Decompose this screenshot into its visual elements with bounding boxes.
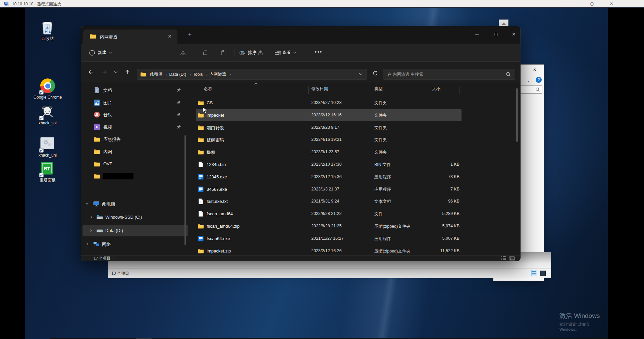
column-divider[interactable] <box>424 87 424 94</box>
window-maximize-button[interactable] <box>488 30 503 40</box>
refresh-icon[interactable] <box>372 70 380 78</box>
sidebar-item-icon <box>94 161 100 167</box>
bg-close-button[interactable]: ✕ <box>533 67 536 72</box>
sort-button[interactable]: 排序 <box>240 47 262 58</box>
sidebar-scrollbar[interactable] <box>184 135 186 245</box>
large-icons-view-icon[interactable] <box>509 256 515 261</box>
file-icon <box>198 186 204 192</box>
breadcrumb-items: 此电脑 › Data (D:) › Tools › 内网渗透 › <box>149 71 231 78</box>
paste-icon[interactable] <box>220 50 226 56</box>
column-header-type[interactable]: 类型 <box>374 86 383 92</box>
window-close-button[interactable]: ✕ <box>506 30 520 40</box>
sidebar-item-文档[interactable]: 文档 <box>83 84 188 96</box>
file-date: 2023/2/12 16:26 <box>311 248 341 253</box>
see-more-button[interactable]: ••• <box>313 47 325 58</box>
explorer-statusbar: 17 个项目 <box>81 255 520 261</box>
copy-icon[interactable] <box>202 50 208 56</box>
file-row-impacket[interactable]: impacket 2023/2/12 16:16 文件夹 <box>192 109 519 121</box>
cut-icon[interactable] <box>180 50 186 56</box>
pin-icon <box>177 88 181 92</box>
desktop-icon-bt-panel[interactable]: BT 宝塔面板 <box>32 161 64 182</box>
rdp-titlebar: 10.10.10.10 - 远程桌面连接 — ▢ ✕ <box>0 0 644 8</box>
file-row-impacket.zip[interactable]: impacket.zip 2023/2/12 16:26 压缩(zipped)文… <box>192 245 519 256</box>
file-icon <box>198 100 204 106</box>
file-name: fscan64.exe <box>207 236 230 241</box>
breadcrumb-segment[interactable]: 内网渗透 › <box>208 71 231 78</box>
file-row-34567.exe[interactable]: 34567.exe 2023/1/3 21:37 应用程序 7 KB <box>192 183 519 195</box>
sidebar-item-icon <box>94 100 100 106</box>
sidebar-item-音乐[interactable]: 音乐 <box>83 109 188 120</box>
desktop-icon-label: 回收站 <box>32 36 64 41</box>
file-date: 2023/2/12 16:16 <box>311 113 341 117</box>
chevron-icon[interactable] <box>89 215 93 219</box>
sidebar-item-icon <box>93 201 99 207</box>
tab-close-icon[interactable]: ✕ <box>166 33 173 40</box>
sidebar-item-视频[interactable]: 视频 <box>83 121 188 133</box>
rdp-minimize-button[interactable]: — <box>565 1 574 6</box>
file-row-fscan64.exe[interactable]: fscan64.exe 2021/11/27 16:27 应用程序 5,007 … <box>192 233 519 245</box>
sidebar-tree-网络[interactable]: 网络 <box>83 238 188 250</box>
pin-icon <box>177 100 181 105</box>
file-row-fscan_amd64[interactable]: fscan_amd64 2022/8/28 21:22 文件 5,289 KB <box>192 208 519 220</box>
address-dropdown-icon[interactable] <box>359 73 363 75</box>
column-divider[interactable] <box>460 87 460 94</box>
rdp-maximize-button[interactable]: ▢ <box>588 1 596 6</box>
sidebar-item-内网[interactable]: 内网 <box>83 146 188 157</box>
file-row-CS[interactable]: CS 2023/4/27 10:23 文件夹 <box>192 97 519 109</box>
file-row-fast.exe.txt[interactable]: fast.exe.txt 2021/5/31 9:24 文本文档 96 KB <box>192 195 519 208</box>
desktop-icon-google-chrome[interactable]: Google Chrome <box>32 78 64 100</box>
new-button[interactable]: 新建 <box>86 47 115 58</box>
forward-icon[interactable] <box>101 69 107 75</box>
column-divider[interactable] <box>308 87 309 94</box>
breadcrumb-segment[interactable]: Tools › <box>192 71 208 78</box>
tab-intranet[interactable]: 内网渗透 ✕ <box>83 30 177 44</box>
rdp-close-button[interactable]: ✕ <box>607 1 616 6</box>
file-row-12345.bin[interactable]: 12345.bin 2023/2/10 17:38 BIN 文件 1 KB <box>192 159 519 171</box>
desktop-icon-recycle-bin[interactable]: 回收站 <box>32 20 64 41</box>
file-row-破解密码[interactable]: 破解密码 2023/4/16 19:21 文件夹 <box>192 134 519 146</box>
file-icon <box>198 236 204 241</box>
redacted-label <box>103 173 133 179</box>
desktop-icon-xhack-spl[interactable]: xhack_spl <box>32 104 64 125</box>
chevron-icon[interactable] <box>89 229 93 233</box>
breadcrumb-segment[interactable]: Data (D:) › <box>168 71 192 78</box>
breadcrumb-segment[interactable]: 此电脑 › <box>149 71 168 78</box>
sidebar-item-应急报告[interactable]: 应急报告 <box>83 133 188 145</box>
chevron-icon[interactable] <box>85 242 89 246</box>
file-row-提权[interactable]: 提权 2023/3/1 23:57 文件夹 <box>192 146 519 158</box>
column-header-name[interactable]: 名称 <box>204 86 212 92</box>
chevron-icon[interactable] <box>85 202 89 206</box>
details-view-icon[interactable] <box>501 256 507 261</box>
file-list-scrollbar[interactable] <box>516 88 518 142</box>
scroll-up-arrow-icon[interactable] <box>502 22 506 25</box>
recent-locations-icon[interactable] <box>114 71 120 77</box>
sidebar-tree-Windows-SSD (C:)[interactable]: Windows-SSD (C:) <box>83 212 188 223</box>
column-header-date[interactable]: 修改日期 <box>311 86 328 92</box>
thumbnail-view-toggle[interactable] <box>540 271 546 276</box>
sidebar-item-OVF[interactable]: OVF <box>83 158 188 170</box>
details-view-toggle[interactable] <box>531 270 537 276</box>
desktop-icon-label: xhack_uni <box>32 153 64 158</box>
file-row-端口转发[interactable]: 端口转发 2022/3/23 9:17 文件夹 <box>192 122 519 134</box>
chevron-down-icon[interactable]: ⌄ <box>527 78 530 83</box>
sidebar-item-redacted[interactable] <box>83 170 188 182</box>
up-icon[interactable] <box>125 69 131 75</box>
window-minimize-button[interactable] <box>470 30 484 40</box>
new-tab-button[interactable]: + <box>186 31 194 39</box>
help-icon[interactable]: ? <box>536 77 542 83</box>
sidebar-item-图片[interactable]: 图片 <box>83 97 188 108</box>
column-divider[interactable] <box>371 87 371 94</box>
breadcrumb[interactable]: 此电脑 › Data (D:) › Tools › 内网渗透 › <box>137 69 367 80</box>
file-size: 73 KB <box>448 174 460 179</box>
back-icon[interactable] <box>88 69 94 75</box>
file-row-12345.exe[interactable]: 12345.exe 2023/2/12 15:36 应用程序 73 KB <box>192 171 519 183</box>
desktop-icon-xhack-uni[interactable]: xhack_uni <box>32 136 64 158</box>
sidebar-tree-Data (D:)[interactable]: Data (D:) <box>83 225 188 236</box>
sidebar-tree-此电脑[interactable]: 此电脑 <box>83 198 188 210</box>
search-box[interactable]: 在 内网渗透 中搜索 <box>383 69 515 80</box>
file-date: 2022/8/28 21:22 <box>311 211 341 216</box>
sort-button-label: 排序 <box>248 50 257 56</box>
column-header-size[interactable]: 大小 <box>432 86 440 92</box>
file-row-fscan_amd64.zip[interactable]: fscan_amd64.zip 2022/8/28 21:25 压缩(zippe… <box>192 220 519 232</box>
view-button[interactable]: 查看 <box>274 47 296 58</box>
